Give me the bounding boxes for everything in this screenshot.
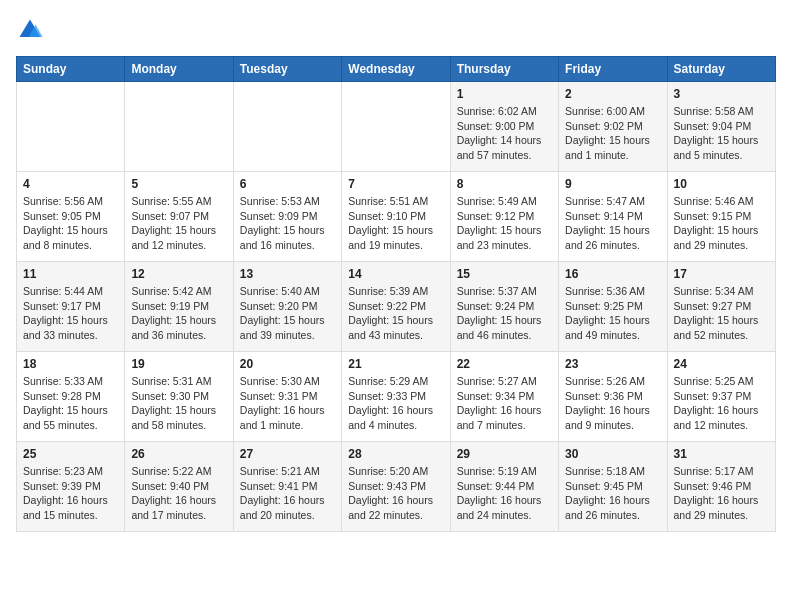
- page-header: [16, 16, 776, 44]
- day-info: Sunrise: 5:56 AMSunset: 9:05 PMDaylight:…: [23, 194, 118, 253]
- calendar-cell: 11Sunrise: 5:44 AMSunset: 9:17 PMDayligh…: [17, 262, 125, 352]
- calendar-cell: 29Sunrise: 5:19 AMSunset: 9:44 PMDayligh…: [450, 442, 558, 532]
- day-info: Sunrise: 5:27 AMSunset: 9:34 PMDaylight:…: [457, 374, 552, 433]
- day-number: 17: [674, 267, 769, 281]
- day-number: 2: [565, 87, 660, 101]
- day-number: 18: [23, 357, 118, 371]
- calendar-cell: 1Sunrise: 6:02 AMSunset: 9:00 PMDaylight…: [450, 82, 558, 172]
- calendar-week-1: 1Sunrise: 6:02 AMSunset: 9:00 PMDaylight…: [17, 82, 776, 172]
- calendar-cell: 27Sunrise: 5:21 AMSunset: 9:41 PMDayligh…: [233, 442, 341, 532]
- calendar-cell: [342, 82, 450, 172]
- day-number: 14: [348, 267, 443, 281]
- calendar-cell: 17Sunrise: 5:34 AMSunset: 9:27 PMDayligh…: [667, 262, 775, 352]
- day-number: 8: [457, 177, 552, 191]
- day-info: Sunrise: 5:25 AMSunset: 9:37 PMDaylight:…: [674, 374, 769, 433]
- calendar-week-5: 25Sunrise: 5:23 AMSunset: 9:39 PMDayligh…: [17, 442, 776, 532]
- column-header-friday: Friday: [559, 57, 667, 82]
- day-info: Sunrise: 5:49 AMSunset: 9:12 PMDaylight:…: [457, 194, 552, 253]
- day-number: 26: [131, 447, 226, 461]
- calendar-cell: 5Sunrise: 5:55 AMSunset: 9:07 PMDaylight…: [125, 172, 233, 262]
- calendar-cell: 6Sunrise: 5:53 AMSunset: 9:09 PMDaylight…: [233, 172, 341, 262]
- calendar-cell: 10Sunrise: 5:46 AMSunset: 9:15 PMDayligh…: [667, 172, 775, 262]
- calendar-week-3: 11Sunrise: 5:44 AMSunset: 9:17 PMDayligh…: [17, 262, 776, 352]
- calendar-cell: 19Sunrise: 5:31 AMSunset: 9:30 PMDayligh…: [125, 352, 233, 442]
- calendar-cell: 22Sunrise: 5:27 AMSunset: 9:34 PMDayligh…: [450, 352, 558, 442]
- column-header-wednesday: Wednesday: [342, 57, 450, 82]
- logo-icon: [16, 16, 44, 44]
- day-number: 9: [565, 177, 660, 191]
- day-info: Sunrise: 5:18 AMSunset: 9:45 PMDaylight:…: [565, 464, 660, 523]
- day-number: 27: [240, 447, 335, 461]
- calendar-cell: 18Sunrise: 5:33 AMSunset: 9:28 PMDayligh…: [17, 352, 125, 442]
- calendar-cell: 4Sunrise: 5:56 AMSunset: 9:05 PMDaylight…: [17, 172, 125, 262]
- day-info: Sunrise: 6:00 AMSunset: 9:02 PMDaylight:…: [565, 104, 660, 163]
- calendar-cell: 9Sunrise: 5:47 AMSunset: 9:14 PMDaylight…: [559, 172, 667, 262]
- calendar-cell: 12Sunrise: 5:42 AMSunset: 9:19 PMDayligh…: [125, 262, 233, 352]
- column-header-tuesday: Tuesday: [233, 57, 341, 82]
- column-header-thursday: Thursday: [450, 57, 558, 82]
- calendar-cell: 13Sunrise: 5:40 AMSunset: 9:20 PMDayligh…: [233, 262, 341, 352]
- day-number: 5: [131, 177, 226, 191]
- day-info: Sunrise: 5:47 AMSunset: 9:14 PMDaylight:…: [565, 194, 660, 253]
- day-info: Sunrise: 5:36 AMSunset: 9:25 PMDaylight:…: [565, 284, 660, 343]
- day-number: 22: [457, 357, 552, 371]
- calendar-cell: 3Sunrise: 5:58 AMSunset: 9:04 PMDaylight…: [667, 82, 775, 172]
- calendar-cell: 16Sunrise: 5:36 AMSunset: 9:25 PMDayligh…: [559, 262, 667, 352]
- day-number: 29: [457, 447, 552, 461]
- day-info: Sunrise: 5:44 AMSunset: 9:17 PMDaylight:…: [23, 284, 118, 343]
- day-number: 15: [457, 267, 552, 281]
- day-number: 21: [348, 357, 443, 371]
- day-number: 12: [131, 267, 226, 281]
- day-info: Sunrise: 5:37 AMSunset: 9:24 PMDaylight:…: [457, 284, 552, 343]
- calendar-body: 1Sunrise: 6:02 AMSunset: 9:00 PMDaylight…: [17, 82, 776, 532]
- column-header-saturday: Saturday: [667, 57, 775, 82]
- day-info: Sunrise: 5:19 AMSunset: 9:44 PMDaylight:…: [457, 464, 552, 523]
- day-info: Sunrise: 5:42 AMSunset: 9:19 PMDaylight:…: [131, 284, 226, 343]
- calendar-cell: 26Sunrise: 5:22 AMSunset: 9:40 PMDayligh…: [125, 442, 233, 532]
- calendar-cell: 2Sunrise: 6:00 AMSunset: 9:02 PMDaylight…: [559, 82, 667, 172]
- calendar-cell: 7Sunrise: 5:51 AMSunset: 9:10 PMDaylight…: [342, 172, 450, 262]
- day-number: 1: [457, 87, 552, 101]
- day-info: Sunrise: 5:17 AMSunset: 9:46 PMDaylight:…: [674, 464, 769, 523]
- column-header-sunday: Sunday: [17, 57, 125, 82]
- day-number: 4: [23, 177, 118, 191]
- day-info: Sunrise: 5:21 AMSunset: 9:41 PMDaylight:…: [240, 464, 335, 523]
- calendar-cell: 14Sunrise: 5:39 AMSunset: 9:22 PMDayligh…: [342, 262, 450, 352]
- calendar-table: SundayMondayTuesdayWednesdayThursdayFrid…: [16, 56, 776, 532]
- day-info: Sunrise: 5:53 AMSunset: 9:09 PMDaylight:…: [240, 194, 335, 253]
- calendar-cell: 15Sunrise: 5:37 AMSunset: 9:24 PMDayligh…: [450, 262, 558, 352]
- day-number: 25: [23, 447, 118, 461]
- day-info: Sunrise: 5:30 AMSunset: 9:31 PMDaylight:…: [240, 374, 335, 433]
- calendar-cell: [17, 82, 125, 172]
- day-number: 24: [674, 357, 769, 371]
- day-info: Sunrise: 5:23 AMSunset: 9:39 PMDaylight:…: [23, 464, 118, 523]
- day-info: Sunrise: 5:22 AMSunset: 9:40 PMDaylight:…: [131, 464, 226, 523]
- day-number: 13: [240, 267, 335, 281]
- day-number: 28: [348, 447, 443, 461]
- calendar-cell: 24Sunrise: 5:25 AMSunset: 9:37 PMDayligh…: [667, 352, 775, 442]
- calendar-cell: 21Sunrise: 5:29 AMSunset: 9:33 PMDayligh…: [342, 352, 450, 442]
- calendar-cell: 20Sunrise: 5:30 AMSunset: 9:31 PMDayligh…: [233, 352, 341, 442]
- calendar-header: SundayMondayTuesdayWednesdayThursdayFrid…: [17, 57, 776, 82]
- calendar-cell: 31Sunrise: 5:17 AMSunset: 9:46 PMDayligh…: [667, 442, 775, 532]
- header-row: SundayMondayTuesdayWednesdayThursdayFrid…: [17, 57, 776, 82]
- column-header-monday: Monday: [125, 57, 233, 82]
- day-number: 6: [240, 177, 335, 191]
- day-info: Sunrise: 5:26 AMSunset: 9:36 PMDaylight:…: [565, 374, 660, 433]
- calendar-cell: [233, 82, 341, 172]
- day-info: Sunrise: 5:58 AMSunset: 9:04 PMDaylight:…: [674, 104, 769, 163]
- calendar-cell: 28Sunrise: 5:20 AMSunset: 9:43 PMDayligh…: [342, 442, 450, 532]
- day-info: Sunrise: 5:51 AMSunset: 9:10 PMDaylight:…: [348, 194, 443, 253]
- day-number: 3: [674, 87, 769, 101]
- day-info: Sunrise: 5:31 AMSunset: 9:30 PMDaylight:…: [131, 374, 226, 433]
- day-number: 30: [565, 447, 660, 461]
- day-info: Sunrise: 5:39 AMSunset: 9:22 PMDaylight:…: [348, 284, 443, 343]
- calendar-cell: 23Sunrise: 5:26 AMSunset: 9:36 PMDayligh…: [559, 352, 667, 442]
- day-number: 20: [240, 357, 335, 371]
- day-number: 10: [674, 177, 769, 191]
- day-info: Sunrise: 5:40 AMSunset: 9:20 PMDaylight:…: [240, 284, 335, 343]
- day-info: Sunrise: 5:34 AMSunset: 9:27 PMDaylight:…: [674, 284, 769, 343]
- day-info: Sunrise: 5:29 AMSunset: 9:33 PMDaylight:…: [348, 374, 443, 433]
- calendar-cell: 25Sunrise: 5:23 AMSunset: 9:39 PMDayligh…: [17, 442, 125, 532]
- day-number: 7: [348, 177, 443, 191]
